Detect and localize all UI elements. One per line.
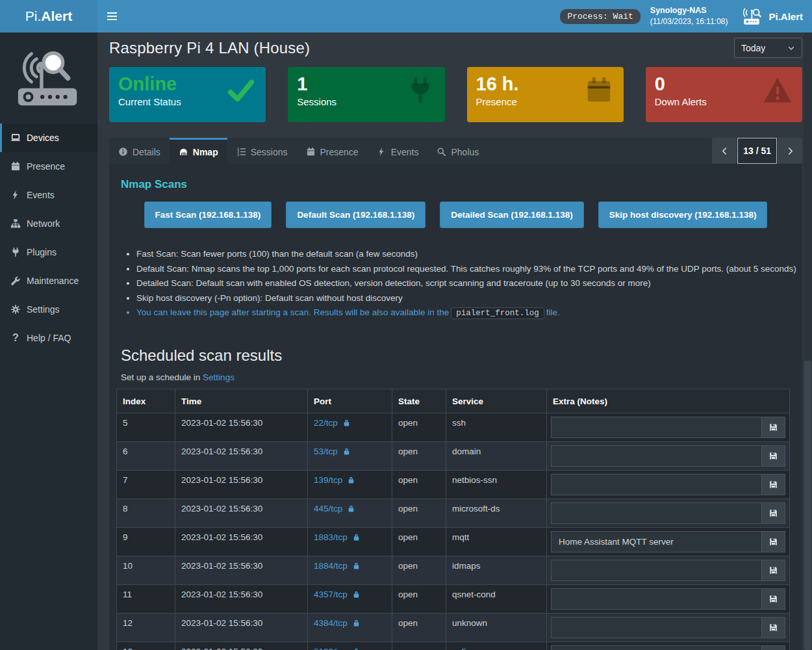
save-note-button[interactable]: [761, 417, 785, 438]
port-link[interactable]: 22/tcp: [314, 418, 351, 428]
sidebar-item-presence[interactable]: Presence: [0, 152, 97, 181]
prev-device-button[interactable]: [712, 138, 737, 164]
port-link[interactable]: 4384/tcp: [314, 618, 361, 628]
port-link[interactable]: 445/tcp: [314, 504, 355, 514]
sidebar-item-devices[interactable]: Devices: [0, 124, 97, 152]
nmap-tab-panel: Nmap Scans Fast Scan (192.168.1.138)Defa…: [109, 164, 802, 650]
chevron-left-icon: [720, 147, 729, 155]
cell-extra-notes: [547, 528, 790, 556]
note-input[interactable]: [551, 417, 761, 438]
warning-icon: [763, 75, 793, 105]
column-header-index: Index: [117, 389, 175, 413]
sidebar-item-settings[interactable]: Settings: [0, 295, 97, 324]
scrollbar-thumb[interactable]: [804, 361, 811, 650]
sidebar-toggle-button[interactable]: [97, 0, 126, 32]
note-input[interactable]: [551, 502, 761, 524]
note-input[interactable]: [551, 617, 761, 638]
calendar-icon: [584, 75, 614, 105]
save-note-button[interactable]: [761, 474, 785, 495]
tab-events[interactable]: Events: [368, 138, 428, 164]
cell-port: 139/tcp: [308, 471, 392, 499]
device-pager: 13 / 51: [712, 138, 802, 164]
summary-card-down-alerts: 0Down Alerts: [646, 67, 802, 122]
cell-service: domain: [446, 442, 547, 471]
cell-time: 2023-01-02 15:56:30: [175, 614, 308, 642]
save-note-button[interactable]: [761, 531, 785, 552]
note-input[interactable]: [551, 531, 761, 552]
cell-extra-notes: [547, 471, 790, 499]
app-home-link[interactable]: Pi.Alert: [742, 8, 803, 25]
cell-service: idmaps: [446, 556, 547, 585]
table-row: 52023-01-02 15:56:3022/tcpopenssh: [117, 413, 790, 442]
brand-logo[interactable]: Pi.Alert: [0, 0, 97, 32]
port-link[interactable]: 4357/tcp: [314, 590, 361, 599]
save-note-button[interactable]: [761, 588, 785, 610]
sidebar-item-maintenance[interactable]: Maintenance: [0, 266, 97, 295]
port-link[interactable]: 139/tcp: [314, 475, 355, 485]
tab-label: Details: [133, 147, 160, 157]
cell-time: 2023-01-02 15:56:30: [175, 642, 308, 650]
router-scanner-icon: [742, 8, 763, 25]
port-link[interactable]: 1884/tcp: [314, 561, 361, 571]
scan-description-item: Fast Scan: Scan fewer ports (100) than t…: [136, 249, 796, 259]
plugins-icon: [10, 247, 21, 257]
summary-card-presence: 16 h.Presence: [467, 67, 624, 122]
server-timestamp: (11/03/2023, 16:11:08): [650, 16, 728, 27]
cell-index: 8: [117, 499, 175, 528]
settings-icon: [10, 304, 21, 315]
scan-description-item: Detailed Scan: Default scan with enabled…: [136, 278, 796, 288]
tab-details[interactable]: Details: [109, 138, 170, 164]
note-input[interactable]: [551, 445, 761, 467]
note-input[interactable]: [551, 474, 761, 495]
save-note-button[interactable]: [761, 645, 785, 650]
sidebar-item-events[interactable]: Events: [0, 181, 97, 209]
sidebar-item-label: Help / FAQ: [27, 333, 71, 343]
note-input[interactable]: [551, 560, 761, 581]
chevron-down-icon: [787, 44, 795, 52]
scan-button-detailed-scan[interactable]: Detailed Scan (192.168.1.138): [440, 202, 584, 228]
port-link[interactable]: 53/tcp: [314, 447, 351, 456]
port-link[interactable]: 8123/tcp: [314, 647, 361, 650]
events-icon: [10, 190, 21, 200]
sidebar-item-network[interactable]: Network: [0, 209, 97, 238]
tab-pholus[interactable]: Pholus: [427, 138, 488, 164]
period-select[interactable]: Today: [734, 38, 802, 58]
tab-presence[interactable]: Presence: [297, 138, 368, 164]
tab-nmap[interactable]: Nmap: [170, 138, 227, 164]
save-note-button[interactable]: [761, 445, 785, 467]
port-label: 53/tcp: [314, 447, 338, 456]
save-note-button[interactable]: [761, 560, 785, 581]
table-row: 102023-01-02 15:56:301884/tcpopenidmaps: [117, 556, 790, 585]
settings-link[interactable]: Settings: [203, 372, 235, 382]
next-device-button[interactable]: [778, 138, 802, 164]
note-input[interactable]: [551, 588, 761, 610]
save-note-button[interactable]: [761, 502, 785, 524]
sidebar-item-label: Network: [27, 218, 60, 229]
table-row: 132023-01-02 15:56:308123/tcpopenpolipo: [117, 642, 790, 650]
summary-cards: OnlineCurrent Status1Sessions16 h.Presen…: [109, 67, 802, 122]
cell-port: 4384/tcp: [308, 614, 392, 642]
column-header-service: Service: [446, 389, 547, 413]
lock-icon: [352, 533, 361, 541]
note-input[interactable]: [551, 645, 761, 650]
scan-button-default-scan[interactable]: Default Scan (192.168.1.138): [286, 202, 425, 228]
cell-time: 2023-01-02 15:56:30: [175, 528, 308, 556]
cell-state: open: [392, 413, 446, 442]
scan-button-skip-host-discovery[interactable]: Skip host discovery (192.168.1.138): [598, 202, 768, 228]
scan-button-fast-scan[interactable]: Fast Scan (192.168.1.138): [144, 202, 272, 228]
cell-state: open: [392, 471, 446, 499]
sidebar-item-plugins[interactable]: Plugins: [0, 238, 97, 266]
cell-service: microsoft-ds: [446, 499, 547, 528]
cell-index: 12: [117, 614, 175, 642]
cell-extra-notes: [547, 413, 790, 442]
maintenance-icon: [10, 276, 21, 286]
save-note-button[interactable]: [761, 617, 785, 638]
port-link[interactable]: 1883/tcp: [314, 532, 361, 542]
cell-port: 53/tcp: [308, 442, 392, 471]
sidebar-item-label: Settings: [27, 304, 60, 315]
tab-sessions[interactable]: 123Sessions: [227, 138, 297, 164]
sidebar-item-help-faq[interactable]: ?Help / FAQ: [0, 324, 97, 352]
svg-text:3: 3: [237, 153, 239, 157]
cell-extra-notes: [547, 585, 790, 614]
lock-icon: [347, 476, 355, 484]
